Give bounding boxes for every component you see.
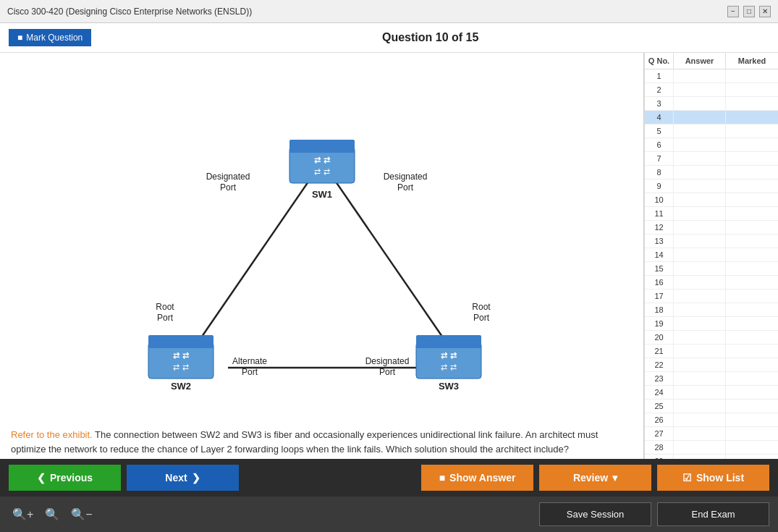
table-row[interactable]: 9 (645, 180, 778, 193)
table-row[interactable]: 7 (645, 152, 778, 166)
table-row[interactable]: 15 (645, 262, 778, 276)
table-row[interactable]: 5 (645, 124, 778, 138)
next-button[interactable]: Next ❯ (127, 465, 239, 491)
show-list-button[interactable]: ☑ Show List (657, 465, 769, 491)
table-row[interactable]: 23 (645, 372, 778, 386)
sidebar-cell-qno: 28 (645, 441, 674, 454)
table-row[interactable]: 24 (645, 386, 778, 400)
sidebar-col-qno: Q No. (645, 53, 674, 69)
table-row[interactable]: 14 (645, 248, 778, 262)
table-row[interactable]: 19 (645, 317, 778, 331)
table-row[interactable]: 10 (645, 193, 778, 207)
zoom-out-button[interactable]: 🔍− (67, 506, 96, 523)
sidebar-cell-marked (726, 97, 778, 110)
sidebar-cell-qno: 7 (645, 152, 674, 165)
sidebar-cell-qno: 2 (645, 83, 674, 96)
sidebar-cell-qno: 22 (645, 358, 674, 371)
mark-question-button[interactable]: ■ Mark Question (9, 29, 91, 46)
previous-button[interactable]: ❮ Previous (9, 465, 121, 491)
svg-rect-4 (289, 140, 355, 153)
save-session-button[interactable]: Save Session (539, 502, 651, 526)
question-panel: ⇄ ⇄ ⇄ ⇄ SW1 ⇄ ⇄ ⇄ ⇄ SW2 (0, 53, 644, 459)
table-row[interactable]: 28 (645, 441, 778, 455)
answer-icon: ■ (439, 472, 445, 484)
sidebar-cell-answer (674, 345, 726, 358)
review-button[interactable]: Review ▾ (539, 465, 651, 491)
sidebar-cell-answer (674, 303, 726, 316)
table-row[interactable]: 16 (645, 276, 778, 290)
minimize-btn[interactable]: − (727, 6, 739, 17)
sidebar-cell-answer (674, 400, 726, 413)
table-row[interactable]: 1 (645, 69, 778, 83)
table-row[interactable]: 6 (645, 138, 778, 152)
sidebar-cell-marked (726, 166, 778, 179)
sidebar-cell-qno: 11 (645, 207, 674, 220)
table-row[interactable]: 18 (645, 303, 778, 317)
table-row[interactable]: 4 (645, 111, 778, 124)
toolbar: ■ Mark Question Question 10 of 15 (0, 23, 778, 53)
table-row[interactable]: 17 (645, 290, 778, 303)
sidebar-cell-marked (726, 372, 778, 385)
svg-text:Port: Port (473, 313, 489, 323)
zoom-in-button[interactable]: 🔍+ (9, 506, 37, 523)
chevron-right-icon: ❯ (192, 472, 200, 484)
title-bar: Cisco 300-420 (Designing Cisco Enterpris… (0, 0, 778, 23)
show-answer-button[interactable]: ■ Show Answer (421, 465, 533, 491)
close-btn[interactable]: ✕ (759, 6, 771, 17)
sidebar-cell-marked (726, 290, 778, 303)
sidebar-cell-marked (726, 276, 778, 289)
table-row[interactable]: 2 (645, 83, 778, 97)
sidebar-cell-marked (726, 83, 778, 96)
sidebar-cell-answer (674, 358, 726, 371)
svg-text:⇄ ⇄: ⇄ ⇄ (441, 363, 456, 371)
sidebar-col-answer: Answer (674, 53, 726, 69)
sidebar-cell-qno: 14 (645, 248, 674, 261)
table-row[interactable]: 26 (645, 413, 778, 427)
table-row[interactable]: 3 (645, 97, 778, 111)
sidebar-cell-qno: 20 (645, 331, 674, 344)
sidebar-cell-marked (726, 400, 778, 413)
table-row[interactable]: 20 (645, 331, 778, 345)
sidebar-cell-marked (726, 331, 778, 344)
table-row[interactable]: 22 (645, 358, 778, 372)
svg-text:SW1: SW1 (311, 189, 331, 200)
sidebar-cell-answer (674, 441, 726, 454)
sidebar-cell-qno: 6 (645, 138, 674, 151)
svg-text:⇄ ⇄: ⇄ ⇄ (173, 351, 189, 360)
zoom-reset-button[interactable]: 🔍 (41, 506, 63, 523)
sidebar-cell-answer (674, 207, 726, 220)
svg-rect-14 (416, 335, 481, 348)
bookmark-icon: ■ (17, 33, 22, 43)
sidebar-cell-answer (674, 97, 726, 110)
table-row[interactable]: 27 (645, 427, 778, 441)
main-container: ■ Mark Question Question 10 of 15 (0, 23, 778, 532)
table-row[interactable]: 25 (645, 400, 778, 413)
zoom-controls: 🔍+ 🔍 🔍− (9, 506, 96, 523)
svg-text:Port: Port (241, 367, 258, 377)
sidebar-cell-answer (674, 372, 726, 385)
sidebar-cell-marked (726, 193, 778, 206)
question-text: Refer to the exhibit. The connection bet… (11, 428, 633, 456)
sidebar-cell-answer (674, 180, 726, 193)
table-row[interactable]: 11 (645, 207, 778, 221)
sidebar-cell-qno: 26 (645, 413, 674, 426)
svg-text:Designated: Designated (365, 356, 409, 366)
sidebar-cell-qno: 21 (645, 345, 674, 358)
window-controls: − □ ✕ (727, 6, 771, 17)
table-row[interactable]: 12 (645, 221, 778, 235)
sidebar-cell-answer (674, 235, 726, 248)
svg-text:SW2: SW2 (170, 381, 190, 392)
sidebar-cell-answer (674, 193, 726, 206)
sidebar-header: Q No. Answer Marked (645, 53, 778, 69)
table-row[interactable]: 8 (645, 166, 778, 180)
svg-line-1 (329, 172, 449, 346)
table-row[interactable]: 21 (645, 345, 778, 358)
end-exam-button[interactable]: End Exam (657, 502, 769, 526)
sidebar-cell-answer (674, 413, 726, 426)
sidebar-cell-answer (674, 427, 726, 440)
sidebar-cell-marked (726, 69, 778, 83)
sidebar-cell-marked (726, 358, 778, 371)
table-row[interactable]: 13 (645, 235, 778, 248)
sidebar-cell-marked (726, 413, 778, 426)
maximize-btn[interactable]: □ (743, 6, 755, 17)
